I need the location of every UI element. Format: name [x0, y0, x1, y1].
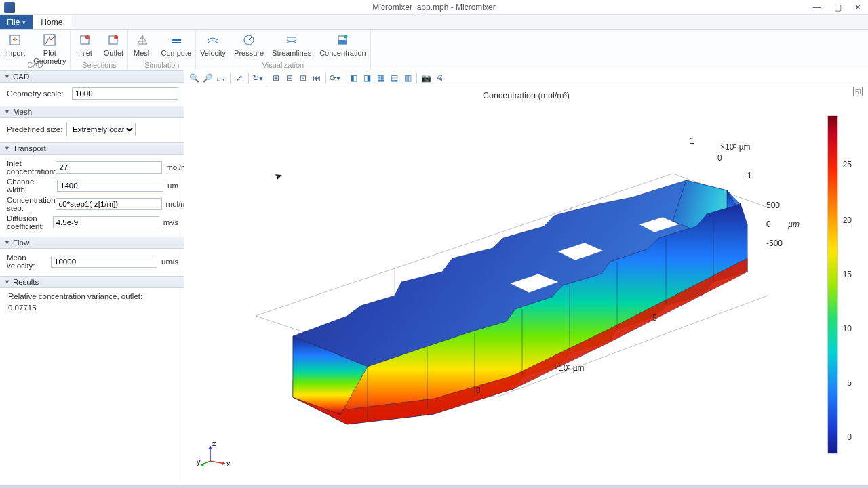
- svg-rect-6: [172, 39, 181, 41]
- pressure-button[interactable]: Pressure: [230, 30, 268, 65]
- view-yz-button[interactable]: ⊟: [283, 72, 296, 84]
- channel-width-unit: um: [167, 182, 178, 190]
- zoom-in-button[interactable]: 🔍: [187, 72, 201, 84]
- grid-button[interactable]: ▤: [387, 72, 401, 84]
- zoom-out-button[interactable]: 🔎: [201, 72, 214, 84]
- file-menu[interactable]: File ▾: [0, 15, 33, 29]
- tab-home[interactable]: Home: [33, 15, 71, 29]
- svg-marker-32: [201, 463, 204, 467]
- section-results-header[interactable]: ▼ Results: [0, 276, 184, 288]
- y-unit: µm: [788, 220, 800, 229]
- diffusion-coefficient-unit: m²/s: [163, 218, 178, 226]
- ribbon-group-selections-label: Selections: [71, 61, 127, 70]
- view-xy-button[interactable]: ⊞: [269, 72, 283, 84]
- colorbar-tick-25: 25: [843, 160, 852, 169]
- concentration-step-unit: mol/m³: [166, 200, 184, 208]
- inlet-concentration-label: Inlet concentration:: [7, 159, 56, 176]
- refresh-button[interactable]: ⟳▾: [328, 72, 342, 84]
- section-mesh-header[interactable]: ▼ Mesh: [0, 106, 184, 118]
- svg-rect-7: [172, 42, 181, 43]
- chevron-down-icon: ▼: [4, 73, 10, 80]
- file-menu-label: File: [7, 18, 20, 27]
- concentration-step-input[interactable]: [56, 198, 162, 210]
- x-tick-5: 5: [652, 313, 657, 323]
- maximize-button[interactable]: ▢: [827, 0, 848, 15]
- chevron-down-icon: ▼: [4, 145, 10, 152]
- transparency-button[interactable]: ◨: [360, 72, 374, 84]
- section-transport-header[interactable]: ▼ Transport: [0, 142, 184, 155]
- section-flow-header[interactable]: ▼ Flow: [0, 237, 184, 249]
- colorbar-tick-0: 0: [847, 432, 852, 442]
- wireframe-button[interactable]: ▦: [374, 72, 387, 84]
- svg-text:y: y: [197, 458, 201, 466]
- chevron-down-icon: ▼: [4, 279, 10, 285]
- zoom-box-button[interactable]: ⌕▾: [214, 72, 228, 84]
- ribbon-group-simulation-label: Simulation: [128, 61, 195, 70]
- app-icon: [4, 2, 15, 13]
- mean-velocity-unit: um/s: [161, 258, 178, 266]
- inlet-concentration-input[interactable]: [56, 161, 162, 174]
- y-tick-500: 500: [766, 201, 780, 210]
- z-tick-1: 1: [690, 136, 694, 146]
- colorbar: [827, 115, 838, 454]
- rotate-button[interactable]: ↻▾: [251, 72, 264, 84]
- svg-rect-10: [338, 40, 347, 44]
- inlet-button[interactable]: Inlet: [71, 30, 99, 65]
- close-button[interactable]: ✕: [848, 0, 868, 15]
- predefined-size-select[interactable]: Extremely coarse: [66, 123, 136, 136]
- outlet-button[interactable]: Outlet: [99, 30, 127, 65]
- svg-point-3: [85, 35, 90, 39]
- channel-width-input[interactable]: [57, 180, 163, 192]
- ribbon-group-cad-label: CAD: [0, 61, 70, 70]
- caret-down-icon: ▾: [22, 19, 26, 26]
- z-unit: ×10³ µm: [720, 142, 751, 152]
- popout-button[interactable]: ◱: [853, 87, 863, 96]
- import-icon: [7, 33, 22, 47]
- scene-light-button[interactable]: ◧: [347, 72, 360, 84]
- mesh-icon: [135, 33, 150, 47]
- geometry-scale-input[interactable]: [72, 87, 178, 100]
- zoom-extents-button[interactable]: ⤢: [233, 72, 246, 84]
- import-button[interactable]: Import: [0, 30, 29, 65]
- graphics-canvas[interactable]: Concentration (mol/m³) ◱: [184, 85, 868, 485]
- streamlines-icon: [284, 33, 299, 47]
- section-cad-header[interactable]: ▼ CAD: [0, 70, 184, 83]
- svg-point-5: [114, 35, 118, 39]
- chevron-down-icon: ▼: [4, 239, 10, 246]
- colorbar-tick-5: 5: [847, 378, 852, 388]
- velocity-button[interactable]: Velocity: [196, 30, 230, 65]
- predefined-size-label: Predefined size:: [7, 125, 66, 134]
- results-variance-label: Relative concentration variance, outlet:: [7, 291, 178, 302]
- chevron-down-icon: ▼: [4, 108, 10, 115]
- mesh-button[interactable]: Mesh: [128, 30, 157, 65]
- graphics-area: 🔍 🔎 ⌕▾ ⤢ ↻▾ ⊞ ⊟ ⊡ ⏮ ⟳▾ ◧ ◨ ▦ ▤ ▥ 📷 🖨 Con…: [184, 70, 868, 485]
- plot-geometry-button[interactable]: Plot Geometry: [29, 30, 70, 65]
- diffusion-coefficient-input[interactable]: [53, 216, 159, 228]
- minimize-button[interactable]: —: [807, 0, 827, 15]
- colorbar-tick-20: 20: [843, 216, 852, 225]
- show-hide-button[interactable]: ▥: [401, 72, 414, 84]
- snapshot-button[interactable]: 📷: [419, 72, 433, 84]
- view-xz-button[interactable]: ⊡: [296, 72, 310, 84]
- velocity-icon: [205, 33, 220, 47]
- pressure-icon: [241, 33, 256, 47]
- print-button[interactable]: 🖨: [433, 72, 446, 84]
- mean-velocity-label: Mean velocity:: [7, 253, 51, 270]
- colorbar-tick-10: 10: [843, 324, 852, 333]
- compute-button[interactable]: Compute: [157, 30, 195, 65]
- graphics-toolbar: 🔍 🔎 ⌕▾ ⤢ ↻▾ ⊞ ⊟ ⊡ ⏮ ⟳▾ ◧ ◨ ▦ ▤ ▥ 📷 🖨: [184, 70, 868, 85]
- concentration-button[interactable]: Concentration: [315, 30, 370, 65]
- channel-width-label: Channel width:: [7, 178, 57, 194]
- mean-velocity-input[interactable]: [51, 256, 157, 268]
- orientation-triad: x y z: [197, 439, 231, 473]
- z-tick-m1: -1: [745, 171, 752, 180]
- inlet-concentration-unit: mol/m³: [166, 163, 184, 171]
- streamlines-button[interactable]: Streamlines: [268, 30, 315, 65]
- svg-text:x: x: [226, 460, 231, 468]
- concentration-step-label: Concentration step:: [7, 196, 56, 212]
- go-default-button[interactable]: ⏮: [310, 72, 323, 84]
- diffusion-coefficient-label: Diffusion coefficient:: [7, 214, 53, 230]
- x-unit: ×10³ µm: [554, 363, 585, 373]
- inlet-icon: [77, 33, 92, 47]
- tab-home-label: Home: [41, 18, 62, 27]
